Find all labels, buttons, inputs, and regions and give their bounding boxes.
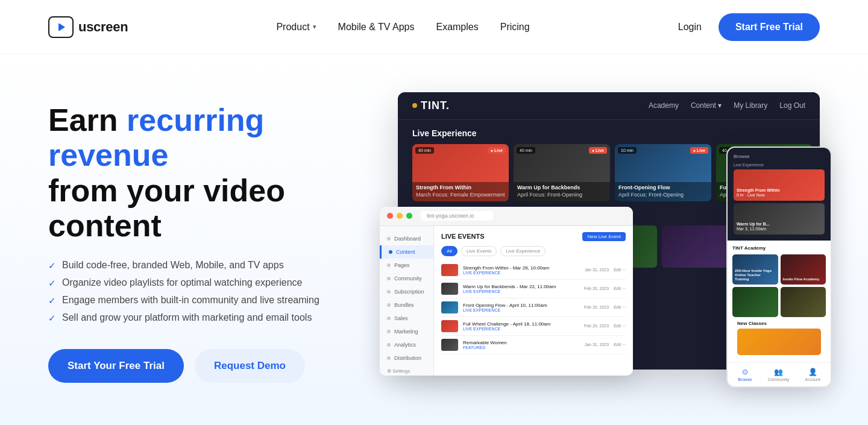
admin-row-3: Front Opening Flow - April 10, 11:00am L… (441, 298, 626, 317)
nav-right: Login Start Free Trial (678, 13, 820, 41)
mobile-footer-browse[interactable]: ⊙ Browse (738, 368, 752, 382)
admin-filters: All Live Events Live Experience (441, 246, 626, 256)
login-link[interactable]: Login (678, 22, 702, 33)
dash-nav-content[interactable]: Content ▾ (691, 101, 722, 110)
nav-links: Product ▾ Mobile & TV Apps Examples Pric… (276, 22, 529, 33)
admin-section-title: LIVE EVENTS New Live Event (441, 232, 626, 241)
community-icon: 👥 (774, 368, 783, 376)
hero-bullets-list: ✓Build code-free, branded Web, Mobile, a… (48, 260, 374, 324)
mobile-footer-community[interactable]: 👥 Community (768, 368, 789, 382)
nav-examples[interactable]: Examples (436, 22, 478, 33)
hero-buttons: Start Your Free Trial Request Demo (48, 349, 374, 383)
account-icon: 👤 (808, 368, 817, 376)
bullet-2: ✓Organize video playlists for optimal wa… (48, 277, 374, 289)
dash-nav-academy[interactable]: Academy (649, 101, 679, 110)
check-icon-1: ✓ (48, 260, 56, 271)
product-arrow-icon: ▾ (313, 23, 316, 31)
mobile-footer: ⊙ Browse 👥 Community 👤 Account (728, 362, 831, 386)
dashboard-nav: Academy Content ▾ My Library Log Out (649, 101, 805, 110)
admin-body: Dashboard Content Pages Community Subscr… (380, 226, 633, 376)
nav-mobile-tv[interactable]: Mobile & TV Apps (338, 22, 415, 33)
bullet-3: ✓Engage members with built-in community … (48, 295, 374, 306)
mobile-card-1: Strength From Within6 hr · Live Now (734, 169, 825, 201)
live-card-2: 40 min ● Live Warm Up for BackbendsApril… (514, 144, 610, 201)
browse-icon: ⊙ (742, 368, 748, 376)
bullet-1: ✓Build code-free, branded Web, Mobile, a… (48, 260, 374, 271)
hero-heading: Earn recurring revenue from your video c… (48, 102, 374, 243)
admin-topbar: tint-yoga.uscreen.io (380, 207, 633, 226)
sidebar-distribution[interactable]: Distribution (380, 351, 433, 365)
hero-screenshots: TINT. Academy Content ▾ My Library Log O… (398, 92, 820, 394)
sidebar-marketing[interactable]: Marketing (380, 325, 433, 338)
logo-text: uscreen (78, 19, 128, 35)
admin-row-5-action[interactable]: Edit ··· (614, 342, 626, 347)
mobile-grid-2: Inside Flow Academy (781, 254, 826, 285)
mobile-app-screenshot: Browse Live Experience Strength From Wit… (726, 146, 832, 388)
sidebar-analytics[interactable]: Analytics (380, 338, 433, 351)
check-icon-4: ✓ (48, 313, 56, 324)
check-icon-2: ✓ (48, 278, 56, 289)
admin-row-4: Full Wheel Challenge - April 18, 11:00am… (441, 317, 626, 336)
mobile-footer-account[interactable]: 👤 Account (805, 368, 820, 382)
navbar: uscreen Product ▾ Mobile & TV Apps Examp… (0, 0, 868, 54)
mobile-live-cards: Strength From Within6 hr · Live Now Warm… (734, 169, 825, 235)
start-trial-button[interactable]: Start Your Free Trial (48, 349, 184, 383)
brand-dot (412, 103, 417, 108)
mobile-header: Browse Live Experience Strength From Wit… (728, 148, 831, 241)
admin-row-1: Strength From Within - Mar 26, 10:00am L… (441, 261, 626, 280)
check-icon-3: ✓ (48, 295, 56, 306)
sidebar-community[interactable]: Community (380, 272, 433, 285)
mobile-grid-3 (732, 287, 778, 317)
live-card-3: 10 min ● Live Front-Opening FlowApril Fo… (615, 144, 711, 201)
dashboard-brand: TINT. (412, 99, 450, 112)
dash-nav-library[interactable]: My Library (734, 101, 767, 110)
logo[interactable]: uscreen (48, 16, 128, 38)
mobile-new-classes-title: New Classes (732, 321, 826, 326)
mobile-grid: 200-Hour Inside Yoga Online Teacher Trai… (732, 254, 826, 317)
admin-row-4-action[interactable]: Edit ··· (614, 324, 626, 328)
bullet-4: ✓Sell and grow your platform with market… (48, 312, 374, 324)
nav-product[interactable]: Product ▾ (276, 22, 316, 33)
maximize-dot (406, 213, 412, 219)
sidebar-bundles[interactable]: Bundles (380, 298, 433, 312)
new-live-event-button[interactable]: New Live Event (582, 232, 626, 241)
admin-row-2-action[interactable]: Edit ··· (614, 286, 626, 291)
admin-row-1-action[interactable]: Edit ··· (614, 268, 626, 272)
sidebar-content[interactable]: Content (380, 245, 433, 259)
dash-nav-logout[interactable]: Log Out (779, 101, 805, 110)
live-experience-title: Live Experience (398, 120, 820, 144)
minimize-dot (397, 213, 403, 219)
close-dot (387, 213, 393, 219)
admin-sidebar: Dashboard Content Pages Community Subscr… (380, 226, 434, 376)
mobile-browse-title: Browse (734, 154, 825, 159)
logo-icon (48, 16, 74, 38)
mobile-academy-title: TINT Academy (732, 245, 826, 251)
sidebar-pages[interactable]: Pages (380, 259, 433, 272)
nav-cta-button[interactable]: Start Free Trial (719, 13, 820, 41)
mobile-grid-1: 200-Hour Inside Yoga Online Teacher Trai… (732, 254, 778, 285)
mobile-body: TINT Academy 200-Hour Inside Yoga Online… (728, 241, 831, 362)
admin-panel-screenshot: tint-yoga.uscreen.io Dashboard Content P… (380, 207, 633, 376)
nav-pricing[interactable]: Pricing (500, 22, 530, 33)
mobile-grid-4 (781, 287, 826, 317)
dashboard-topbar: TINT. Academy Content ▾ My Library Log O… (398, 92, 820, 120)
filter-all[interactable]: All (441, 246, 458, 256)
sidebar-sales[interactable]: Sales (380, 312, 433, 325)
admin-row-3-action[interactable]: Edit ··· (614, 305, 626, 309)
mobile-card-2: Warm Up for B...Mar 3, 11:00am (734, 203, 825, 235)
sidebar-dashboard[interactable]: Dashboard (380, 232, 433, 245)
url-bar: tint-yoga.uscreen.io (421, 211, 493, 221)
sidebar-subscription[interactable]: Subscription (380, 285, 433, 298)
request-demo-button[interactable]: Request Demo (195, 349, 305, 383)
sidebar-settings[interactable]: ⚙ Settings (380, 365, 433, 376)
filter-live-events[interactable]: Live Events (461, 246, 497, 256)
mobile-new-card (737, 329, 821, 355)
live-card-1: 40 min ● Live Strength From WithinMarch … (412, 144, 509, 201)
filter-live-experience[interactable]: Live Experience (500, 246, 546, 256)
admin-row-2: Warm Up for Backbends - Mar 22, 11:00am … (441, 280, 626, 298)
hero-content: Earn recurring revenue from your video c… (48, 102, 374, 383)
hero-section: Earn recurring revenue from your video c… (0, 54, 868, 425)
admin-row-5: Remarkable Women FEATURED Jan 31, 2023 E… (441, 336, 626, 354)
admin-main: LIVE EVENTS New Live Event All Live Even… (434, 226, 633, 376)
